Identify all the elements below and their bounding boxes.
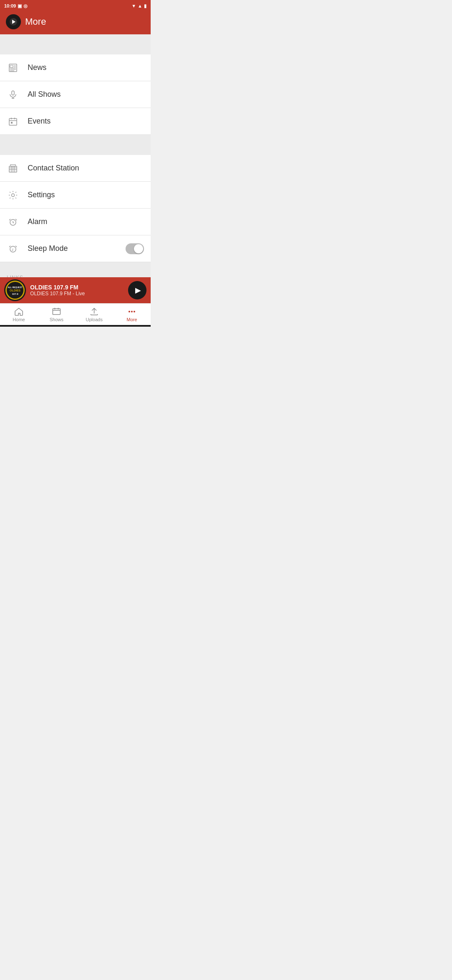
- svg-point-41: [131, 311, 133, 312]
- menu-item-settings[interactable]: Settings: [0, 182, 151, 209]
- gear-icon: [7, 189, 19, 201]
- section-gap-top: [0, 34, 151, 54]
- svg-text:OLDIES: OLDIES: [10, 289, 21, 292]
- sim-icon: ▣: [18, 3, 22, 9]
- page-title: More: [25, 16, 46, 27]
- header-logo: [6, 14, 21, 29]
- station-logo: ALL REQUEST OLDIES 107.9: [4, 279, 26, 301]
- svg-text:ALL REQUEST: ALL REQUEST: [8, 286, 22, 289]
- alarm-icon: [7, 216, 19, 228]
- svg-rect-16: [11, 122, 13, 124]
- menu-item-news[interactable]: News: [0, 54, 151, 81]
- more-nav-label: More: [126, 317, 137, 322]
- section-1: News All Shows: [0, 54, 151, 135]
- newspaper-icon: [7, 62, 19, 74]
- menu-item-sleep-mode[interactable]: z Sleep Mode: [0, 235, 151, 262]
- shows-nav-label: Shows: [49, 317, 63, 322]
- now-playing-bar[interactable]: ALL REQUEST OLDIES 107.9 OLDIES 107.9 FM…: [0, 277, 151, 303]
- now-playing-subtitle: OLDIES 107.9 FM - Live: [30, 291, 124, 297]
- now-playing-info: OLDIES 107.9 FM OLDIES 107.9 FM - Live: [30, 284, 124, 297]
- nav-item-more[interactable]: More: [113, 305, 151, 324]
- shows-icon: [52, 307, 61, 316]
- section-2: Contact Station Settings Alarm: [0, 155, 151, 262]
- nav-item-shows[interactable]: Shows: [38, 305, 75, 324]
- svg-text:z: z: [12, 248, 14, 252]
- app-header: More: [0, 12, 151, 34]
- android-navigation: ◀ ● ■: [0, 325, 151, 327]
- svg-rect-3: [10, 65, 13, 67]
- svg-rect-36: [53, 309, 60, 315]
- news-label: News: [28, 63, 46, 72]
- status-right: ▼ ▲ ▮: [131, 3, 146, 9]
- more-dots-icon: [127, 307, 136, 316]
- menu-item-events[interactable]: Events: [0, 108, 151, 135]
- svg-point-24: [12, 193, 15, 196]
- menu-item-all-shows[interactable]: All Shows: [0, 81, 151, 108]
- location-icon: ◎: [23, 3, 28, 9]
- menu-item-contact-station[interactable]: Contact Station: [0, 155, 151, 182]
- status-bar: 10:09 ▣ ◎ ▼ ▲ ▮: [0, 0, 151, 12]
- svg-rect-12: [9, 119, 17, 125]
- microphone-icon: [7, 88, 19, 101]
- sleep-icon: z: [7, 242, 19, 255]
- contact-station-label: Contact Station: [28, 164, 79, 173]
- battery-icon: ▮: [144, 3, 146, 9]
- calendar-icon: [7, 115, 19, 128]
- status-left: 10:09 ▣ ◎: [4, 3, 28, 9]
- svg-point-40: [128, 311, 130, 312]
- alarm-label: Alarm: [28, 217, 47, 226]
- section-gap-middle: [0, 135, 151, 155]
- uploads-icon: [90, 307, 99, 316]
- menu-item-alarm[interactable]: Alarm: [0, 209, 151, 235]
- play-icon: ▶: [135, 286, 141, 295]
- nav-item-home[interactable]: Home: [0, 305, 38, 324]
- home-nav-label: Home: [13, 317, 25, 322]
- svg-text:107.9: 107.9: [12, 293, 18, 295]
- play-button[interactable]: ▶: [128, 281, 146, 299]
- nav-item-uploads[interactable]: Uploads: [75, 305, 113, 324]
- svg-point-42: [134, 311, 135, 312]
- links-label: LINKS: [7, 275, 23, 277]
- sleep-mode-label: Sleep Mode: [28, 244, 68, 253]
- content-area: News All Shows: [0, 34, 151, 277]
- building-icon: [7, 162, 19, 175]
- uploads-nav-label: Uploads: [86, 317, 103, 322]
- sleep-mode-toggle[interactable]: [126, 243, 144, 254]
- now-playing-title: OLDIES 107.9 FM: [30, 284, 124, 291]
- all-shows-label: All Shows: [28, 90, 61, 99]
- bottom-navigation: Home Shows Uploads: [0, 303, 151, 325]
- links-section-header: LINKS: [0, 262, 151, 277]
- home-icon: [14, 307, 23, 316]
- status-time: 10:09: [4, 3, 16, 8]
- events-label: Events: [28, 117, 51, 126]
- settings-label: Settings: [28, 191, 55, 199]
- svg-rect-9: [12, 91, 14, 95]
- signal-icon: ▲: [138, 3, 142, 8]
- wifi-icon: ▼: [131, 3, 136, 8]
